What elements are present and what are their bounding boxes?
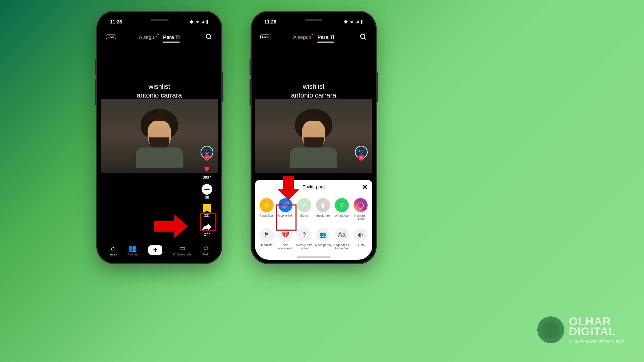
profile-avatar[interactable]: ♡ bbox=[201, 146, 213, 159]
phone-left: 11:28 LIVE A seguir Para Ti wishlist an bbox=[97, 12, 221, 263]
heart-icon: ♥ bbox=[204, 163, 210, 175]
brand-tagline: O futuro passa primeiro aqui bbox=[569, 339, 624, 344]
profile-icon: ☺ bbox=[202, 244, 209, 252]
share-option-label: Republicar bbox=[259, 214, 274, 218]
highlight-copy-link bbox=[276, 204, 297, 231]
video-frame[interactable] bbox=[255, 99, 372, 173]
share-option-label: Status bbox=[300, 214, 309, 218]
action-option-label: Dueto bbox=[357, 244, 365, 247]
battery-icon bbox=[206, 19, 209, 24]
comment-icon: ••• bbox=[202, 184, 212, 195]
video-caption: wishlist antonio carrara bbox=[255, 82, 372, 100]
arrow-right-icon bbox=[154, 215, 188, 238]
notch bbox=[134, 15, 184, 24]
close-button[interactable]: ✕ bbox=[362, 183, 368, 191]
create-button[interactable]: + bbox=[148, 245, 162, 255]
tab-for-you[interactable]: Para Ti bbox=[317, 34, 334, 40]
tab-following[interactable]: A seguir bbox=[293, 34, 311, 40]
caption-line1: wishlist bbox=[101, 82, 218, 91]
highlight-share bbox=[200, 213, 216, 231]
share-option-icon: ◯ bbox=[354, 198, 368, 212]
phone-right: 11:28 LIVE A seguir Para Ti wishlist an bbox=[252, 12, 376, 263]
brand-line2: DIGITAL bbox=[569, 326, 624, 337]
sheet-header: Enviar para ✕ bbox=[255, 180, 372, 194]
svg-point-1 bbox=[206, 34, 211, 39]
action-options-row: ⚑Denunciar💔Não interessado?Porquê este v… bbox=[255, 225, 372, 256]
action-option-label: Denunciar bbox=[260, 244, 273, 247]
clock-label: 11:28 bbox=[110, 19, 122, 24]
share-option-label: Instagram Direct bbox=[352, 214, 370, 221]
share-count: 277 bbox=[204, 232, 210, 236]
status-icons bbox=[189, 19, 209, 24]
bottom-nav: ⌂Início 👥Amigos + ▭C. de entrada ☺Perfil bbox=[101, 240, 218, 260]
action-option-icon: 👥 bbox=[316, 228, 330, 242]
sheet-title: Enviar para bbox=[303, 184, 325, 189]
caption-line1: wishlist bbox=[255, 82, 372, 91]
action-option-legendas-e-traduções[interactable]: AaLegendas e traduções bbox=[333, 228, 351, 250]
signal-icon bbox=[201, 19, 205, 24]
share-option-icon: ◉ bbox=[316, 198, 330, 212]
search-icon[interactable] bbox=[205, 33, 213, 41]
svg-line-5 bbox=[364, 38, 366, 40]
action-sidebar: ♡ ♥ 3637 ••• 36 331 277 bbox=[201, 146, 213, 254]
top-bar: LIVE A seguir Para Ti bbox=[101, 28, 218, 45]
like-count: 3637 bbox=[203, 175, 211, 179]
bookmark-icon bbox=[203, 204, 211, 213]
nav-inbox[interactable]: ▭C. de entrada bbox=[173, 244, 192, 256]
action-option-dueto[interactable]: ◐Dueto bbox=[352, 228, 370, 250]
action-option-icon: ◐ bbox=[354, 228, 368, 242]
nfc-icon bbox=[189, 19, 194, 24]
tab-for-you[interactable]: Para Ti bbox=[163, 34, 180, 40]
share-option-icon: ✓ bbox=[297, 198, 311, 212]
tab-following[interactable]: A seguir bbox=[139, 34, 157, 40]
nav-friends[interactable]: 👥Amigos bbox=[127, 244, 138, 256]
wifi-icon bbox=[350, 19, 354, 24]
caption-line2: antonio carrara bbox=[255, 91, 372, 100]
like-button[interactable]: ♥ 3637 bbox=[203, 163, 211, 179]
svg-point-4 bbox=[361, 34, 365, 39]
share-options-row: ↻Republicar🔗Copiar link✓Status◉Instagram… bbox=[255, 194, 372, 225]
action-sidebar: ♡ bbox=[355, 146, 368, 159]
home-icon: ⌂ bbox=[111, 244, 115, 252]
action-option-label: Novo grupo bbox=[315, 244, 331, 247]
action-option-porquê-este-vídeo[interactable]: ?Porquê este vídeo bbox=[295, 228, 313, 250]
action-option-label: Legendas e traduções bbox=[333, 244, 351, 250]
action-option-icon: ? bbox=[297, 228, 311, 242]
action-option-label: Porquê este vídeo bbox=[295, 244, 313, 250]
profile-avatar[interactable]: ♡ bbox=[355, 146, 368, 159]
share-option-whatsapp[interactable]: ✆WhatsApp bbox=[333, 198, 351, 221]
share-option-icon: ↻ bbox=[260, 198, 274, 212]
inbox-icon: ▭ bbox=[179, 244, 185, 252]
action-option-não-interessado[interactable]: 💔Não interessado bbox=[276, 228, 294, 250]
action-option-novo-grupo[interactable]: 👥Novo grupo bbox=[314, 228, 332, 250]
signal-icon bbox=[356, 19, 359, 24]
live-icon[interactable]: LIVE bbox=[260, 35, 270, 39]
friends-icon: 👥 bbox=[128, 244, 137, 252]
share-option-republicar[interactable]: ↻Republicar bbox=[258, 198, 276, 221]
share-option-label: Instagram bbox=[316, 214, 330, 218]
nfc-icon bbox=[343, 19, 348, 24]
sheet-handle[interactable] bbox=[297, 256, 330, 258]
nav-profile[interactable]: ☺Perfil bbox=[202, 244, 209, 256]
svg-rect-3 bbox=[361, 20, 363, 24]
share-sheet: Enviar para ✕ ↻Republicar🔗Copiar link✓St… bbox=[255, 180, 372, 260]
nav-home[interactable]: ⌂Início bbox=[109, 244, 117, 256]
comment-count: 36 bbox=[205, 195, 209, 199]
comment-button[interactable]: ••• 36 bbox=[202, 184, 212, 199]
action-option-denunciar[interactable]: ⚑Denunciar bbox=[258, 228, 276, 250]
action-option-icon: ⚑ bbox=[260, 228, 274, 242]
share-option-status[interactable]: ✓Status bbox=[295, 198, 313, 221]
share-option-instagram[interactable]: ◉Instagram bbox=[314, 198, 332, 221]
wifi-icon bbox=[195, 19, 200, 24]
brand-watermark: OLHAR DIGITAL O futuro passa primeiro aq… bbox=[537, 316, 624, 344]
clock-label: 11:28 bbox=[264, 19, 276, 24]
top-bar: LIVE A seguir Para Ti bbox=[255, 28, 372, 45]
share-option-instagram-direct[interactable]: ◯Instagram Direct bbox=[352, 198, 370, 221]
live-icon[interactable]: LIVE bbox=[106, 35, 116, 39]
battery-icon bbox=[360, 19, 363, 24]
svg-line-2 bbox=[210, 38, 212, 40]
svg-rect-0 bbox=[207, 20, 208, 24]
status-icons bbox=[343, 19, 363, 24]
search-icon[interactable] bbox=[360, 33, 367, 41]
action-option-label: Não interessado bbox=[276, 244, 294, 250]
